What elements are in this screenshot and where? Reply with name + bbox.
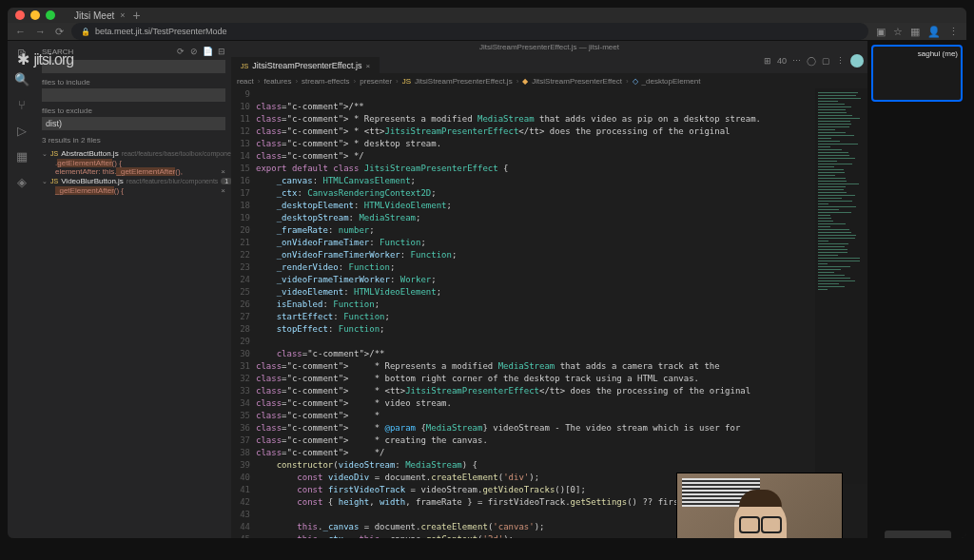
new-tab-icon[interactable]: +: [133, 8, 141, 23]
jitsi-logo: ✱ jitsi.org: [17, 50, 73, 68]
search-match[interactable]: _getElementAfter() {×: [42, 186, 225, 195]
search-panel: SEARCH ⟳ ⊘ 📄 ⊟ files to include files to…: [36, 41, 231, 538]
menu-icon[interactable]: ⋮: [948, 26, 959, 38]
reload-icon[interactable]: ⟳: [55, 26, 64, 38]
files-exclude-label: files to exclude: [42, 106, 225, 115]
jitsi-filmstrip: saghul (me): [867, 41, 966, 538]
split-icon[interactable]: ⊞: [764, 56, 771, 66]
search-match[interactable]: elementAfter: this._getElementAfter(),×: [42, 167, 225, 176]
traffic-lights[interactable]: [15, 10, 55, 20]
maximize-icon[interactable]: [46, 10, 55, 20]
back-icon[interactable]: ←: [15, 26, 26, 38]
search-result-file[interactable]: ⌄JSVideoBlurButton.js react/features/blu…: [42, 176, 225, 186]
js-file-icon: JS: [241, 63, 248, 69]
square-icon[interactable]: ▢: [822, 56, 830, 66]
debug-icon[interactable]: ▷: [17, 124, 27, 138]
files-include-label: files to include: [42, 78, 225, 87]
browser-toolbar: ← → ⟳ 🔒 beta.meet.jit.si/TestPresenterMo…: [8, 23, 966, 41]
address-bar[interactable]: 🔒 beta.meet.jit.si/TestPresenterMode: [71, 23, 868, 40]
refresh-icon[interactable]: ⟳: [177, 47, 185, 56]
profile-icon[interactable]: 👤: [927, 26, 941, 38]
bookmark-icon[interactable]: ☆: [893, 26, 903, 38]
scm-icon[interactable]: ⑂: [18, 98, 26, 112]
files-include-input[interactable]: [42, 88, 225, 102]
participant-tile[interactable]: saghul (me): [871, 45, 963, 102]
extensions-panel-icon[interactable]: ▦: [16, 149, 28, 164]
extensions-icon[interactable]: ▦: [910, 26, 920, 38]
breadcrumb[interactable]: react › features › stream-effects › pres…: [231, 73, 867, 88]
line-gutter: 9 10 11 12 13 14 15 16 17 18 19 20 21 22…: [231, 88, 256, 538]
more-icon[interactable]: ⋯: [792, 56, 801, 66]
participant-name: saghul (me): [918, 49, 958, 58]
macos-titlebar: Jitsi Meet × +: [8, 8, 966, 23]
url-text: beta.meet.jit.si/TestPresenterMode: [95, 27, 227, 36]
remote-icon[interactable]: ◈: [17, 175, 27, 189]
dots-icon[interactable]: ⋮: [836, 56, 845, 66]
face-graphic: [734, 497, 787, 538]
search-match[interactable]: .getElementAfter() {: [42, 159, 225, 167]
cast-icon[interactable]: ▣: [876, 26, 886, 38]
minimize-icon[interactable]: [30, 10, 40, 20]
files-exclude-input[interactable]: [42, 117, 225, 130]
references-count[interactable]: 40: [777, 56, 787, 66]
browser-tab-title[interactable]: Jitsi Meet: [74, 10, 114, 21]
vscode-title: JitsiStreamPresenterEffect.js — jitsi-me…: [231, 41, 867, 54]
camera-pip[interactable]: [676, 473, 843, 538]
liveshare-avatar[interactable]: [850, 54, 864, 68]
editor-tabs: JS JitsiStreamPresenterEffect.js × ⊞ 40 …: [231, 54, 867, 73]
clear-icon[interactable]: ⊘: [190, 47, 198, 56]
close-icon[interactable]: [15, 10, 25, 20]
search-icon[interactable]: 🔍: [14, 72, 29, 87]
newfile-icon[interactable]: 📄: [203, 47, 213, 56]
lock-icon: 🔒: [81, 28, 90, 36]
forward-icon[interactable]: →: [35, 26, 46, 38]
circle-icon[interactable]: ◯: [807, 56, 816, 66]
editor-tab[interactable]: JS JitsiStreamPresenterEffect.js ×: [231, 57, 380, 73]
vscode-activity-bar: 🗎 🔍 ⑂ ▷ ▦ ◈ ⚙: [8, 41, 36, 538]
tab-close-icon[interactable]: ×: [120, 10, 125, 20]
code-editor[interactable]: 9 10 11 12 13 14 15 16 17 18 19 20 21 22…: [231, 88, 867, 538]
tab-close-icon[interactable]: ×: [366, 62, 371, 70]
search-result-file[interactable]: ⌄JSAbstractButton.js react/features/base…: [42, 148, 225, 159]
results-summary: 3 results in 2 files: [42, 136, 225, 145]
self-thumbnail[interactable]: [885, 531, 951, 538]
minimap[interactable]: [815, 88, 867, 538]
editor-area: JitsiStreamPresenterEffect.js — jitsi-me…: [231, 41, 867, 538]
source-code[interactable]: class="c-comment">/** class="c-comment">…: [256, 88, 867, 538]
collapse-icon[interactable]: ⊟: [218, 47, 225, 56]
tab-filename: JitsiStreamPresenterEffect.js: [252, 61, 361, 70]
